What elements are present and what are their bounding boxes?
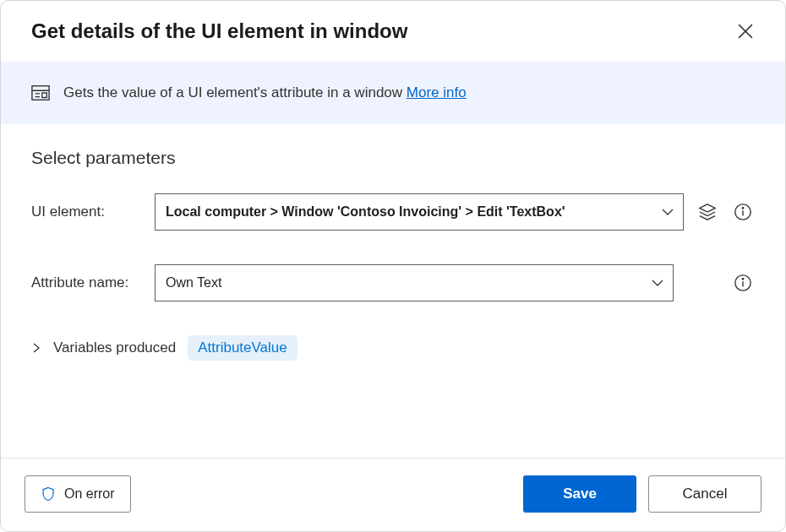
more-info-link[interactable]: More info [407,84,467,100]
svg-marker-7 [700,204,715,212]
dialog-title: Get details of the UI element in window [31,19,407,43]
variable-badge[interactable]: AttributeValue [188,335,297,361]
info-banner: Gets the value of a UI element's attribu… [1,62,785,124]
ui-element-dropdown[interactable]: Local computer > Window 'Contoso Invoici… [155,193,684,231]
attribute-info-button[interactable] [731,271,755,295]
dialog-header: Get details of the UI element in window [1,1,785,62]
on-error-label: On error [64,486,115,502]
svg-point-13 [742,279,743,280]
dialog-footer: On error Save Cancel [1,458,785,531]
dialog-window: Get details of the UI element in window … [0,0,786,532]
action-details-icon [31,84,50,102]
close-button[interactable] [734,20,756,42]
ui-element-picker-button[interactable] [696,200,719,224]
svg-rect-6 [42,93,47,98]
info-description: Gets the value of a UI element's attribu… [63,84,407,100]
chevron-right-icon [31,343,41,353]
ui-element-info-button[interactable] [731,200,755,224]
attribute-value: Own Text [166,275,221,290]
attribute-label: Attribute name: [31,274,143,291]
attribute-row: Attribute name: Own Text [31,264,755,301]
parameters-section: Select parameters UI element: Local comp… [1,124,785,458]
shield-icon [41,486,56,502]
stack-icon [698,203,717,221]
chevron-down-icon [651,276,664,290]
close-icon [738,24,753,39]
cancel-button[interactable]: Cancel [648,475,761,513]
svg-point-10 [742,208,743,209]
chevron-down-icon [661,205,674,219]
save-button[interactable]: Save [523,475,636,513]
footer-actions: Save Cancel [523,475,761,513]
variables-label: Variables produced [53,339,176,356]
on-error-button[interactable]: On error [25,475,131,513]
section-title: Select parameters [31,148,755,168]
info-icon [734,274,752,292]
attribute-dropdown[interactable]: Own Text [155,264,674,301]
info-icon [734,203,752,221]
variables-produced-row[interactable]: Variables produced AttributeValue [31,335,755,361]
ui-element-value: Local computer > Window 'Contoso Invoici… [166,204,565,220]
ui-element-row: UI element: Local computer > Window 'Con… [31,193,755,231]
info-text: Gets the value of a UI element's attribu… [63,84,467,101]
ui-element-label: UI element: [31,204,143,220]
